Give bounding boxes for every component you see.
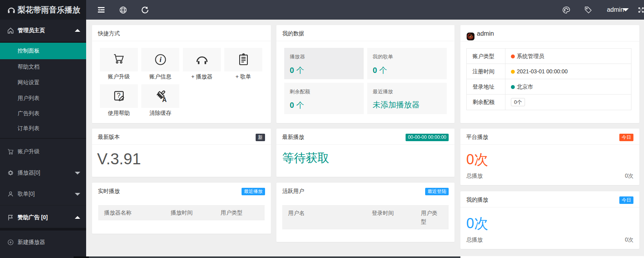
svg-text:A: A	[162, 96, 166, 103]
svg-text:i: i	[159, 56, 162, 64]
